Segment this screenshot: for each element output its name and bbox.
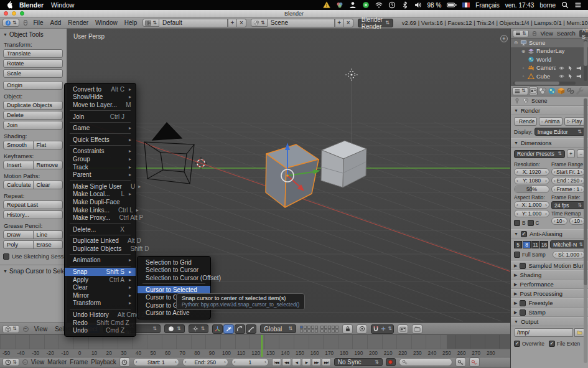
output-section-header[interactable]: ▼Output bbox=[511, 317, 588, 326]
photos-icon[interactable] bbox=[336, 1, 343, 9]
aspect-y-field[interactable]: ‹Y: 1.000› bbox=[514, 210, 549, 217]
object-menu-item-constraints[interactable]: Constraints▸ bbox=[65, 148, 136, 156]
checkbox-unchecked[interactable] bbox=[3, 253, 9, 260]
play-button[interactable]: ▶ bbox=[302, 358, 311, 366]
add-preset-button[interactable]: + bbox=[567, 149, 575, 158]
object-menu-item-transform[interactable]: Transform▸ bbox=[65, 300, 136, 308]
app-menu-blender[interactable]: Blender bbox=[19, 1, 44, 9]
wifi-icon[interactable] bbox=[375, 1, 383, 9]
object-menu-item-make-dupli-face[interactable]: Make Dupli-Face bbox=[65, 198, 136, 206]
layer-cell[interactable] bbox=[300, 326, 303, 329]
window-titlebar[interactable]: Blender bbox=[0, 10, 588, 17]
object-menu-item-make-local[interactable]: Make Local...L▸ bbox=[65, 191, 136, 199]
transform-orientation-dropdown[interactable]: Global⇅ bbox=[260, 324, 296, 333]
render-section-header[interactable]: ▼Render bbox=[511, 106, 588, 115]
shelf-button-remove[interactable]: Remove bbox=[33, 161, 63, 169]
expander-icon[interactable]: ⊖ bbox=[513, 40, 518, 45]
shelf-button-flat[interactable]: Flat bbox=[33, 141, 63, 149]
add-region-button[interactable]: + bbox=[500, 35, 508, 42]
delete-layout-button[interactable]: × bbox=[237, 19, 246, 27]
input-language-label[interactable]: Français bbox=[475, 2, 499, 9]
object-menu-item-quick-effects[interactable]: Quick Effects▸ bbox=[65, 136, 136, 144]
full-sample-checkbox[interactable] bbox=[514, 252, 520, 258]
snap-cursor-panel-header[interactable]: ▼Snap Cursor to Selected bbox=[0, 265, 67, 275]
object-menu-item-game[interactable]: Game▸ bbox=[65, 124, 136, 132]
screen-layout-field[interactable]: Default bbox=[159, 19, 228, 27]
outliner-item-cube[interactable]: ◦Cube bbox=[511, 72, 588, 81]
properties-scrollbar[interactable] bbox=[584, 98, 587, 363]
screen-layout-icon[interactable]: ⇅ bbox=[142, 19, 159, 27]
object-menu-item-undo-history[interactable]: Undo HistoryAlt Cmd Z bbox=[65, 311, 136, 319]
overwrite-checkbox[interactable]: ✓ bbox=[514, 341, 520, 347]
collapse-menus-icon[interactable]: − bbox=[24, 20, 28, 26]
render-opengl-anim-button[interactable] bbox=[412, 324, 422, 334]
use-sketching-session-checkbox[interactable]: Use Sketching Sessi bbox=[3, 253, 63, 260]
tab-render[interactable] bbox=[529, 87, 538, 95]
layer-cell[interactable] bbox=[320, 326, 324, 329]
crop-checkbox[interactable] bbox=[528, 220, 534, 226]
shelf-button-delete[interactable]: Delete bbox=[3, 111, 63, 120]
layer-cell[interactable] bbox=[332, 326, 335, 329]
object-menu-item-make-proxy[interactable]: Make Proxy...Ctrl Alt P bbox=[65, 214, 136, 222]
layer-cell[interactable] bbox=[335, 326, 338, 329]
object-menu-item-join[interactable]: JoinCtrl J bbox=[65, 113, 136, 121]
apple-menu-icon[interactable] bbox=[6, 1, 13, 9]
object-menu-item-convert-to[interactable]: Convert toAlt C▸ bbox=[65, 85, 136, 93]
anti-aliasing-checkbox[interactable]: ✓ bbox=[521, 231, 527, 237]
translate-manipulator-button[interactable] bbox=[223, 324, 234, 334]
outliner-collapse-menus-icon[interactable]: − bbox=[533, 31, 537, 36]
snap-menu-item-cursor-to-selected[interactable]: Cursor to Selected bbox=[138, 286, 210, 294]
jump-to-start-button[interactable]: |◀◀ bbox=[272, 358, 281, 366]
file-extensions-checkbox[interactable]: ✓ bbox=[549, 341, 555, 347]
pin-icon[interactable] bbox=[514, 98, 520, 104]
layer-cell[interactable] bbox=[304, 329, 307, 333]
object-menu-item-duplicate-objects[interactable]: Duplicate ObjectsShift D bbox=[65, 245, 136, 253]
resolution-y-field[interactable]: ‹Y: 1080› bbox=[514, 177, 549, 184]
timeline-menu-frame[interactable]: Frame bbox=[70, 359, 88, 366]
start-frame-pill[interactable]: ‹Start: 1› bbox=[133, 358, 179, 366]
add-layout-button[interactable]: + bbox=[228, 19, 237, 27]
shelf-button-duplicate-objects[interactable]: Duplicate Objects bbox=[3, 101, 63, 110]
layer-cell[interactable] bbox=[328, 329, 331, 333]
renderability-icon[interactable] bbox=[576, 65, 582, 71]
aa-samples-16[interactable]: 16 bbox=[540, 241, 548, 248]
outliner-item-scene[interactable]: ⊖Scene bbox=[511, 39, 588, 47]
scene-selector-icon[interactable]: ⇅ bbox=[251, 19, 268, 27]
shelf-button-smooth[interactable]: Smooth bbox=[3, 141, 34, 149]
remap-old-field[interactable]: ‹10› bbox=[551, 217, 567, 225]
record-button[interactable] bbox=[386, 358, 396, 366]
timeline-editor-selector[interactable]: ⇅ bbox=[2, 358, 19, 366]
sampled-motion-blur-section-header[interactable]: ▶Sampled Motion Blur bbox=[511, 261, 588, 270]
shelf-button-poly[interactable]: Poly bbox=[3, 240, 34, 249]
layer-cell[interactable] bbox=[324, 329, 327, 333]
menu-add[interactable]: Add bbox=[49, 19, 63, 26]
layer-cell[interactable] bbox=[320, 329, 324, 333]
object-menu-item-undo[interactable]: UndoCmd Z bbox=[65, 326, 136, 334]
layer-cell[interactable] bbox=[311, 329, 314, 333]
shading-section-header[interactable]: ▶Shading bbox=[511, 270, 588, 280]
object-menu-item-redo[interactable]: RedoShift Cmd Z bbox=[65, 319, 136, 327]
remap-new-field[interactable]: ‹10› bbox=[569, 217, 586, 225]
post-processing-section-header[interactable]: ▶Post Processing bbox=[511, 289, 588, 298]
layer-cell[interactable] bbox=[332, 329, 335, 333]
menubar-user[interactable]: borne bbox=[539, 2, 556, 9]
outliner-hscrollbar[interactable] bbox=[513, 82, 576, 85]
layer-cell[interactable] bbox=[307, 329, 310, 333]
timeline-menu-playback[interactable]: Playback bbox=[91, 359, 116, 366]
shelf-button-calculate[interactable]: Calculate bbox=[3, 181, 34, 189]
add-scene-button[interactable]: + bbox=[335, 19, 344, 27]
object-menu-item-make-links[interactable]: Make Links...Ctrl L▸ bbox=[65, 206, 136, 214]
object-menu-item-make-single-user[interactable]: Make Single UserU▸ bbox=[65, 182, 136, 191]
snap-menu-item-selection-to-grid[interactable]: Selection to Grid bbox=[138, 258, 210, 267]
warning-icon[interactable] bbox=[323, 1, 330, 9]
aspect-x-field[interactable]: ‹X: 1.000› bbox=[514, 201, 549, 209]
manipulator-toggle-button[interactable] bbox=[212, 324, 223, 334]
app-menu-window[interactable]: Window bbox=[51, 1, 74, 9]
expander-icon[interactable]: ◦ bbox=[521, 65, 526, 71]
input-language-flag-icon[interactable] bbox=[462, 1, 470, 9]
object-menu-item-apply[interactable]: ApplyCtrl A▸ bbox=[65, 276, 136, 284]
properties-editor-selector[interactable]: ⇅ bbox=[512, 87, 528, 95]
next-keyframe-button[interactable]: ▶▶ bbox=[312, 358, 321, 366]
lock-layers-button[interactable] bbox=[342, 324, 353, 334]
shelf-button-join[interactable]: Join bbox=[3, 121, 63, 130]
